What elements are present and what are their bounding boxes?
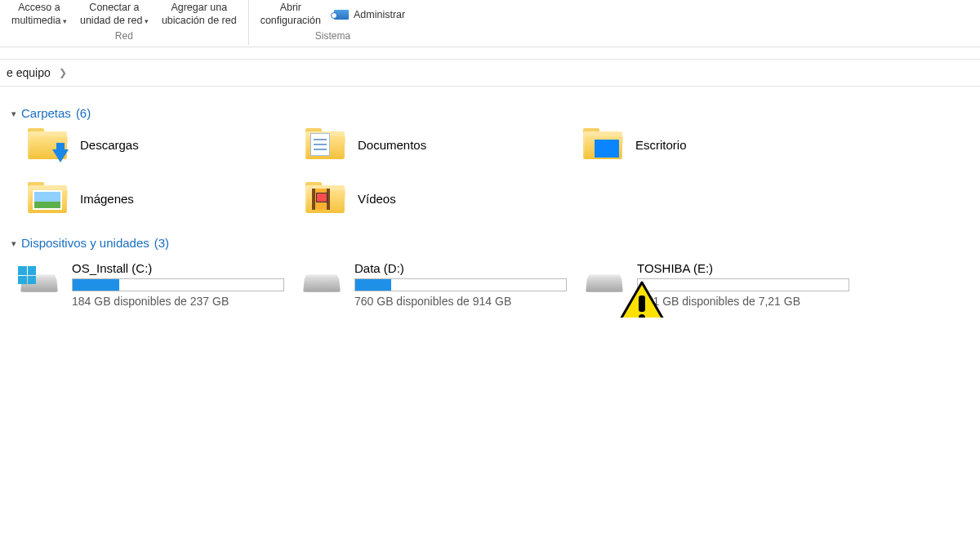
drive-name: OS_Install (C:) (72, 261, 284, 275)
ribbon-label: Administrar (354, 9, 405, 20)
chevron-right-icon[interactable]: ❯ (54, 67, 72, 78)
folder-icon (28, 182, 67, 215)
chevron-down-icon: ▾ (11, 109, 16, 119)
warning-icon (616, 281, 668, 318)
folder-item-videos[interactable]: Vídeos (305, 182, 583, 215)
folder-item-desktop[interactable]: Escritorio (583, 128, 861, 161)
drive-item[interactable]: OS_Install (C:)184 GB disponibles de 237… (18, 258, 301, 311)
ribbon-group-network: Acceso a multimedia Conectar a unidad de… (0, 0, 249, 45)
drive-icon (301, 266, 343, 297)
section-header-folders[interactable]: ▾ Carpetas (6) (11, 106, 973, 120)
folder-label: Documentos (358, 138, 426, 152)
connect-network-drive-button[interactable]: Conectar a unidad de red (74, 0, 155, 29)
folder-icon (305, 182, 345, 215)
drive-capacity-bar (354, 278, 567, 291)
drive-name: Data (D:) (354, 261, 567, 275)
drive-info: Data (D:)760 GB disponibles de 914 GB (354, 261, 583, 308)
drives-grid: OS_Install (C:)184 GB disponibles de 237… (11, 258, 973, 311)
ribbon-label: unidad de red (80, 15, 149, 28)
drive-name: TOSHIBA (E:) (637, 261, 849, 275)
ribbon-label: Conectar a (89, 2, 139, 15)
ribbon: Acceso a multimedia Conectar a unidad de… (0, 0, 980, 45)
drive-capacity-bar (637, 278, 849, 291)
chevron-down-icon: ▾ (11, 238, 16, 249)
manage-button[interactable]: Administrar (327, 6, 412, 24)
folder-label: Vídeos (358, 192, 396, 206)
svg-rect-1 (639, 295, 645, 312)
drive-item[interactable]: Data (D:)760 GB disponibles de 914 GB (301, 258, 583, 311)
content-area: ▾ Carpetas (6) DescargasDocumentosEscrit… (0, 87, 980, 318)
ribbon-label: ubicación de red (162, 15, 237, 28)
drive-item[interactable]: TOSHIBA (E:)7,21 GB disponibles de 7,21 … (583, 258, 866, 311)
ribbon-group-label: Red (115, 30, 133, 42)
folder-item-documents[interactable]: Documentos (305, 128, 583, 161)
breadcrumb-segment[interactable]: e equipo (3, 66, 54, 79)
ribbon-label: multimedia (11, 15, 67, 28)
section-title: Dispositivos y unidades (21, 236, 149, 250)
separator (0, 47, 980, 47)
drive-free-text: 760 GB disponibles de 914 GB (354, 295, 567, 308)
section-count: (6) (76, 106, 91, 120)
drive-capacity-bar (72, 278, 284, 291)
open-settings-button[interactable]: Abrir configuración (254, 0, 327, 29)
address-bar[interactable]: e equipo ❯ (0, 59, 980, 87)
folder-icon (583, 128, 622, 161)
folder-label: Descargas (80, 138, 139, 152)
monitor-icon (334, 10, 349, 20)
folders-grid: DescargasDocumentosEscritorioImágenesVíd… (11, 128, 973, 229)
ribbon-label: Acceso a (18, 2, 60, 15)
folder-label: Imágenes (80, 192, 134, 206)
add-network-location-button[interactable]: Agregar una ubicación de red (155, 0, 243, 29)
drive-free-text: 7,21 GB disponibles de 7,21 GB (637, 295, 849, 308)
folder-icon (28, 128, 67, 161)
section-count: (3) (154, 236, 169, 250)
ribbon-group-label: Sistema (315, 30, 350, 42)
folder-item-images[interactable]: Imágenes (28, 182, 305, 215)
ribbon-label: Abrir (280, 2, 301, 15)
drive-icon (18, 266, 60, 297)
folder-icon (305, 128, 345, 161)
drive-capacity-fill (355, 279, 391, 291)
drive-info: OS_Install (C:)184 GB disponibles de 237… (72, 261, 301, 308)
section-header-drives[interactable]: ▾ Dispositivos y unidades (3) (11, 236, 973, 250)
ribbon-label: Agregar una (171, 2, 227, 15)
ribbon-label: configuración (261, 15, 321, 28)
folder-item-downloads[interactable]: Descargas (28, 128, 305, 161)
folder-label: Escritorio (635, 138, 687, 152)
media-access-button[interactable]: Acceso a multimedia (5, 0, 74, 29)
drive-info: TOSHIBA (E:)7,21 GB disponibles de 7,21 … (637, 261, 866, 308)
section-title: Carpetas (21, 106, 71, 120)
drive-capacity-fill (73, 279, 119, 291)
drive-free-text: 184 GB disponibles de 237 GB (72, 295, 284, 308)
ribbon-group-system: Abrir configuración Administrar Sistema (249, 0, 417, 45)
